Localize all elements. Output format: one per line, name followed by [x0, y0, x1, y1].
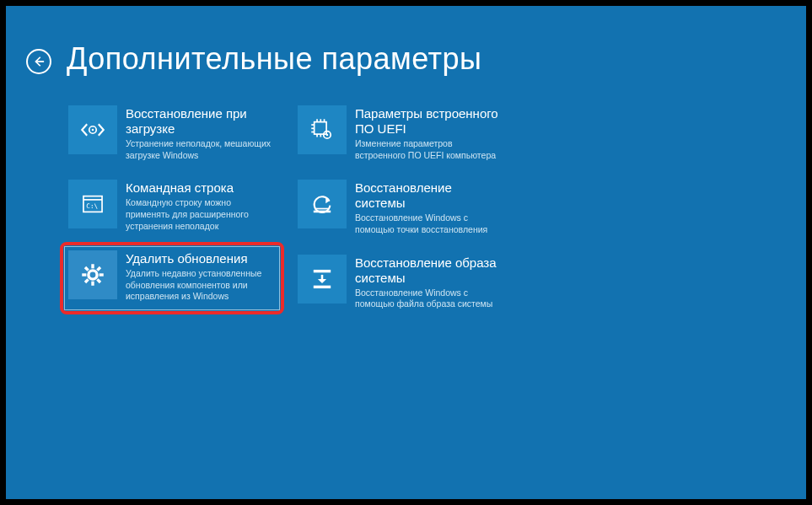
tile-text: Параметры встроенного ПО UEFI Изменение … — [355, 105, 505, 161]
gear-icon — [68, 250, 117, 299]
tile-title: Командная строка — [126, 180, 276, 196]
options-column-left: Восстановление при загрузке Устранение н… — [67, 104, 277, 312]
tile-system-restore[interactable]: Восстановление системы Восстановление Wi… — [296, 178, 507, 237]
tile-text: Удалить обновления Удалить недавно устан… — [126, 250, 276, 303]
tile-text: Восстановление системы Восстановление Wi… — [355, 180, 505, 235]
chip-gear-icon — [298, 105, 347, 154]
tile-desc: Командную строку можно применять для рас… — [126, 197, 276, 232]
svg-rect-13 — [96, 278, 101, 283]
back-button[interactable] — [26, 49, 51, 74]
svg-rect-9 — [99, 274, 104, 277]
tile-title: Удалить обновления — [126, 251, 276, 266]
tile-command-prompt[interactable]: C:\ Командная строка Командную строку мо… — [67, 178, 277, 234]
code-repair-icon — [68, 105, 117, 154]
svg-point-24 — [326, 134, 329, 137]
svg-text:C:\: C:\ — [86, 202, 98, 210]
svg-point-1 — [92, 129, 94, 132]
tile-text: Командная строка Командную строку можно … — [126, 180, 276, 232]
svg-rect-6 — [91, 264, 94, 268]
svg-point-5 — [89, 271, 97, 279]
svg-rect-8 — [82, 274, 86, 277]
svg-rect-27 — [314, 270, 331, 272]
svg-rect-25 — [314, 211, 331, 213]
tile-text: Восстановление при загрузке Устранение н… — [126, 105, 276, 161]
tile-title: Восстановление образа системы — [355, 255, 505, 286]
svg-rect-7 — [91, 282, 94, 286]
image-restore-icon — [298, 255, 347, 304]
tile-uefi-settings[interactable]: Параметры встроенного ПО UEFI Изменение … — [296, 104, 507, 163]
svg-rect-12 — [84, 266, 89, 271]
tile-desc: Удалить недавно установленные обновления… — [126, 268, 276, 303]
restore-icon — [298, 180, 347, 228]
options-grid: Восстановление при загрузке Устранение н… — [6, 77, 806, 312]
tile-desc: Устранение неполадок, мешающих загрузке … — [126, 138, 276, 161]
page-title: Дополнительные параметры — [67, 41, 482, 77]
tile-desc: Изменение параметров встроенного ПО UEFI… — [355, 138, 505, 161]
tile-startup-repair[interactable]: Восстановление при загрузке Устранение н… — [67, 104, 277, 163]
svg-rect-28 — [314, 285, 331, 287]
tile-desc: Восстановление Windows с помощью файла о… — [355, 287, 505, 310]
options-column-right: Параметры встроенного ПО UEFI Изменение … — [296, 104, 507, 312]
tile-title: Восстановление системы — [355, 180, 505, 211]
svg-rect-26 — [315, 208, 330, 210]
cmd-icon: C:\ — [68, 180, 117, 228]
tile-desc: Восстановление Windows с помощью точки в… — [355, 212, 505, 235]
winre-screen: Дополнительные параметры Восстановление … — [4, 4, 808, 501]
tile-text: Восстановление образа системы Восстановл… — [355, 255, 505, 310]
header: Дополнительные параметры — [6, 6, 806, 77]
back-arrow-icon — [33, 56, 45, 67]
tile-system-image-recovery[interactable]: Восстановление образа системы Восстановл… — [296, 253, 507, 312]
tile-title: Восстановление при загрузке — [126, 106, 276, 137]
svg-rect-10 — [96, 266, 101, 271]
tile-uninstall-updates[interactable]: Удалить обновления Удалить недавно устан… — [60, 242, 284, 314]
tile-title: Параметры встроенного ПО UEFI — [355, 106, 505, 137]
svg-rect-11 — [84, 278, 89, 283]
